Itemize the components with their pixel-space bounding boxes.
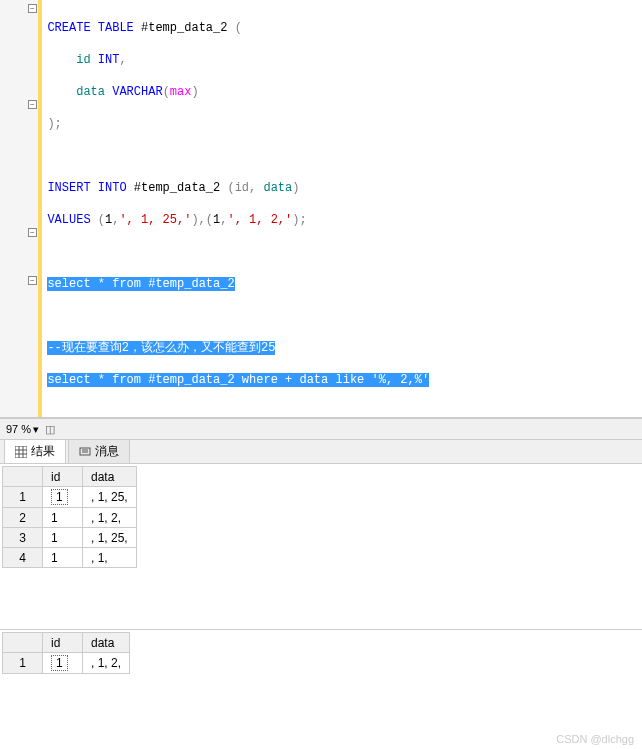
zoom-value: 97 % <box>6 423 31 435</box>
table-row: 11, 1, 25, <box>3 487 137 508</box>
col-data[interactable]: data <box>83 633 130 653</box>
results-pane-1: id data 11, 1, 25, 21, 1, 2, 31, 1, 25, … <box>0 464 642 630</box>
fold-icon[interactable]: − <box>28 4 37 13</box>
editor-gutter: − − − − <box>0 0 39 417</box>
fold-icon[interactable]: − <box>28 100 37 109</box>
split-icon[interactable]: ◫ <box>45 423 55 436</box>
zoom-bar: 97 % ▾ ◫ <box>0 418 642 440</box>
table-row: 31, 1, 25, <box>3 528 137 548</box>
results-pane-2: id data 11, 1, 2, <box>0 630 642 722</box>
table-row: 21, 1, 2, <box>3 508 137 528</box>
tab-results-label: 结果 <box>31 443 55 460</box>
col-id[interactable]: id <box>43 633 83 653</box>
code-editor[interactable]: − − − − CREATE TABLE #temp_data_2 ( id I… <box>0 0 642 418</box>
table-row: 41, 1, <box>3 548 137 568</box>
result-grid-1[interactable]: id data 11, 1, 25, 21, 1, 2, 31, 1, 25, … <box>2 466 137 568</box>
col-rownum[interactable] <box>3 633 43 653</box>
chevron-down-icon: ▾ <box>33 423 39 436</box>
result-tabs: 结果 消息 <box>0 440 642 464</box>
message-icon <box>79 446 91 458</box>
fold-icon[interactable]: − <box>28 276 37 285</box>
col-id[interactable]: id <box>43 467 83 487</box>
table-header-row: id data <box>3 633 130 653</box>
grid-icon <box>15 446 27 458</box>
col-rownum[interactable] <box>3 467 43 487</box>
result-grid-2[interactable]: id data 11, 1, 2, <box>2 632 130 674</box>
tab-messages[interactable]: 消息 <box>68 439 130 463</box>
tab-messages-label: 消息 <box>95 443 119 460</box>
fold-icon[interactable]: − <box>28 228 37 237</box>
table-header-row: id data <box>3 467 137 487</box>
tab-results[interactable]: 结果 <box>4 439 66 463</box>
zoom-dropdown[interactable]: 97 % ▾ <box>6 423 39 436</box>
svg-rect-0 <box>15 446 27 458</box>
code-content[interactable]: CREATE TABLE #temp_data_2 ( id INT, data… <box>39 0 642 417</box>
table-row: 11, 1, 2, <box>3 653 130 674</box>
watermark: CSDN @dlchgg <box>556 733 634 745</box>
col-data[interactable]: data <box>83 467 137 487</box>
